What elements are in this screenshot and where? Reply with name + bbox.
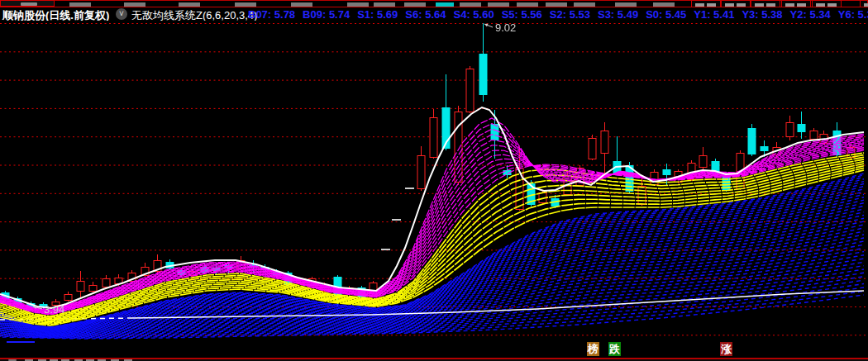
bottom-bar: 榜跌涨 [0,340,868,358]
indicator-values: B07: 5.78B09: 5.74S1: 5.69S6: 5.64S4: 5.… [248,8,868,21]
chevron-down-icon[interactable]: ˅ [116,8,127,20]
indicator-value-Y6: Y6: 5.30 [838,8,868,21]
indicator-value-B09: B09: 5.74 [303,8,350,21]
menu-button-highlighted[interactable] [0,0,55,7]
indicator-value-S6: S6: 5.64 [405,8,446,21]
indicator-value-B07: B07: 5.78 [248,8,295,21]
ranking-shortcut-跌[interactable]: 跌 [608,342,621,356]
chart-title-bar: 顺钠股份(日线.前复权) ˅ 无敌均线系统Z(6,6,20,3,4) B07: … [0,7,868,21]
indicator-value-S0: S0: 5.45 [646,8,686,21]
menu-bar [0,0,868,7]
indicator-value-Y3: Y3: 5.38 [742,8,782,21]
ranking-shortcut-榜[interactable]: 榜 [587,342,599,356]
indicator-value-S5: S5: 5.56 [502,8,542,21]
indicator-value-Y1: Y1: 5.41 [694,8,734,21]
ranking-shortcut-涨[interactable]: 涨 [720,342,732,356]
indicator-value-Y2: Y2: 5.34 [790,8,831,21]
indicator-value-S2: S2: 5.53 [550,8,590,21]
hamburger-icon [21,2,37,6]
active-tab-underline [7,341,35,343]
indicator-value-S1: S1: 5.69 [357,8,398,21]
indicator-value-S3: S3: 5.49 [598,8,638,21]
main-chart[interactable] [0,21,868,340]
indicator-value-S4: S4: 5.60 [454,8,494,21]
trading-app-window: 顺钠股份(日线.前复权) ˅ 无敌均线系统Z(6,6,20,3,4) B07: … [0,0,868,361]
